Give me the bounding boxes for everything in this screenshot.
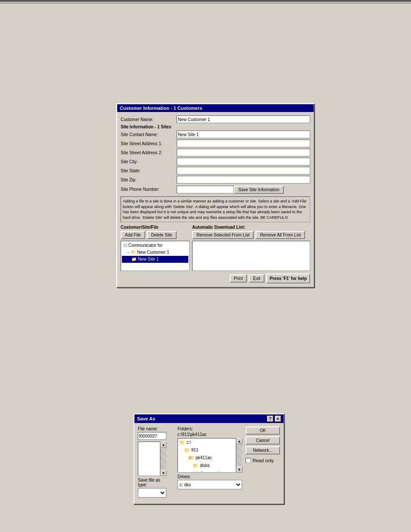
- saveas-main-row: File name: ▲ ▼: [138, 426, 280, 498]
- print-button[interactable]: Print: [230, 274, 247, 283]
- auto-download-listbox: [192, 241, 310, 271]
- cancel-button[interactable]: Cancel: [246, 436, 280, 445]
- page-background: Customer Information - 1 Customers Custo…: [0, 9, 411, 532]
- readonly-checkbox[interactable]: [246, 458, 251, 463]
- site-city-label: Site City:: [121, 159, 177, 164]
- site-contact-row: Site Contact Name:: [121, 131, 310, 138]
- drives-container: Drives: c: dks: [177, 474, 242, 489]
- tree-item-label: New Customer 1: [137, 249, 169, 256]
- folder-item-c[interactable]: 📁 c:\: [178, 439, 236, 446]
- site-contact-input[interactable]: [177, 131, 310, 138]
- add-file-button[interactable]: Add File: [121, 231, 145, 239]
- remove-all-button[interactable]: Remove All From List: [255, 231, 305, 239]
- folder-disks-icon: 📁: [193, 462, 199, 469]
- site-city-row: Site City:: [121, 158, 310, 165]
- folders-scroll-up-btn[interactable]: ▲: [237, 438, 243, 444]
- save-type-label: Save file as type:: [138, 478, 166, 487]
- site-addr2-row: Site Street Address 2:: [121, 149, 310, 156]
- add-delete-btn-row: Add File Delete Site: [121, 231, 190, 239]
- files-listbox: ▲ ▼: [138, 442, 166, 476]
- file-name-input[interactable]: [138, 432, 166, 440]
- folders-path: c:\911\pk411ac: [177, 432, 242, 437]
- remove-btn-row: Remove Selected From List Remove All Fro…: [192, 231, 310, 239]
- tree-item-communicator[interactable]: ☐ Communicator for: [122, 242, 188, 249]
- site-addr2-input[interactable]: [177, 149, 310, 156]
- save-type-select[interactable]: [138, 488, 166, 498]
- files-listbox-content: [138, 442, 160, 476]
- saveas-help-button[interactable]: ?: [267, 416, 273, 422]
- site-city-input[interactable]: [177, 158, 310, 165]
- scroll-down-btn[interactable]: ▼: [161, 470, 167, 476]
- drives-select[interactable]: c: dks: [177, 480, 242, 489]
- auto-download-label: Automatic Download List:: [192, 225, 310, 230]
- folders-label: Folders:: [177, 426, 242, 431]
- site-state-input[interactable]: [177, 167, 310, 174]
- folder-document-label: document: [200, 470, 219, 473]
- delete-site-button[interactable]: Delete Site: [147, 231, 177, 239]
- folder-document-icon: 📁: [193, 470, 199, 473]
- save-type-container: Save file as type:: [138, 478, 166, 498]
- network-button[interactable]: Network...: [246, 446, 280, 454]
- folder-item-911[interactable]: 📁 911: [178, 446, 236, 454]
- folder-c-label: c:\: [187, 439, 191, 446]
- site-addr1-row: Site Street Address 1:: [121, 140, 310, 147]
- saveas-right-buttons: OK Cancel Network... Read only: [246, 426, 280, 498]
- customer-dialog: Customer Information - 1 Customers Custo…: [116, 103, 314, 288]
- folders-scroll-down-btn[interactable]: ▼: [237, 467, 243, 473]
- folders-scrollbar: ▲ ▼: [236, 438, 242, 473]
- customer-dialog-titlebar: Customer Information - 1 Customers: [117, 104, 314, 112]
- tree-view: ☐ Communicator for − 📁 New Customer 1 📁 …: [121, 241, 190, 271]
- info-text: Adding a file to a site is done in a sim…: [123, 199, 307, 220]
- folder-pk411ac-label: pk411ac: [196, 454, 212, 461]
- scroll-up-btn[interactable]: ▲: [161, 442, 167, 448]
- f1-help-button[interactable]: Press 'F1' for help: [266, 274, 310, 283]
- files-scrollbar: ▲ ▼: [160, 442, 166, 476]
- customer-name-row: Customer Name:: [121, 115, 310, 123]
- site-addr1-input[interactable]: [177, 140, 310, 147]
- customer-site-file-section: Customer/Site/File Add File Delete Site …: [121, 225, 310, 271]
- customer-dialog-title: Customer Information - 1 Customers: [120, 106, 202, 111]
- folder-closed-icon: 📁: [131, 256, 137, 263]
- right-panel: Automatic Download List: Remove Selected…: [192, 225, 310, 271]
- site-phone-input[interactable]: [177, 186, 234, 193]
- tree-item-customer[interactable]: − 📁 New Customer 1: [122, 249, 188, 256]
- folder-item-disks[interactable]: 📁 disks: [178, 462, 236, 470]
- saveas-body: File name: ▲ ▼: [134, 423, 283, 504]
- customer-dialog-body: Customer Name: Site Information - 1 Site…: [117, 112, 314, 287]
- site-addr2-label: Site Street Address 2:: [121, 150, 177, 155]
- site-zip-row: Site Zip:: [121, 176, 310, 184]
- customer-name-label: Customer Name:: [121, 117, 177, 122]
- saveas-middle-panel: Folders: c:\911\pk411ac 📁 c:\ 📁 911: [177, 426, 242, 498]
- site-zip-input[interactable]: [177, 176, 310, 184]
- saveas-dialog: Save As ? × File name: ▲: [134, 414, 284, 504]
- ok-button[interactable]: OK: [246, 426, 280, 435]
- top-bar-thick: [0, 0, 411, 2]
- folder-item-pk411ac[interactable]: 📂 pk411ac: [178, 454, 236, 462]
- exit-button[interactable]: Exit: [249, 274, 265, 283]
- folder-item-document[interactable]: 📁 document: [178, 470, 236, 473]
- saveas-close-button[interactable]: ×: [275, 416, 281, 422]
- site-contact-label: Site Contact Name:: [121, 132, 177, 137]
- folder-c-icon: 📁: [179, 439, 185, 446]
- folder-pk411ac-icon: 📂: [188, 454, 194, 461]
- remove-selected-button[interactable]: Remove Selected From List: [192, 231, 254, 239]
- scroll-track: [161, 448, 166, 470]
- readonly-label: Read only: [252, 458, 274, 463]
- readonly-row: Read only: [246, 458, 280, 463]
- file-name-label: File name:: [138, 426, 166, 431]
- folders-scroll-track: [237, 444, 242, 467]
- site-phone-label: Site Phone Number:: [121, 187, 177, 192]
- saveas-titlebar: Save As ? ×: [134, 414, 283, 423]
- site-info-label: Site Information - 1 Sites: [121, 124, 310, 129]
- customer-name-input[interactable]: [177, 115, 310, 123]
- minus-icon: −: [127, 249, 129, 256]
- files-listbox-container: ▲ ▼: [138, 442, 166, 476]
- save-site-button[interactable]: Save Site Information: [234, 186, 284, 194]
- folder-icon: 📁: [131, 249, 136, 256]
- tree-item-site[interactable]: 📁 New Site 1: [122, 256, 188, 263]
- top-bar-thin: [0, 3, 411, 3]
- spacer: [170, 426, 174, 498]
- info-text-box: Adding a file to a site is done in a sim…: [121, 196, 310, 222]
- site-state-row: Site State:: [121, 167, 310, 174]
- saveas-title: Save As: [137, 416, 155, 421]
